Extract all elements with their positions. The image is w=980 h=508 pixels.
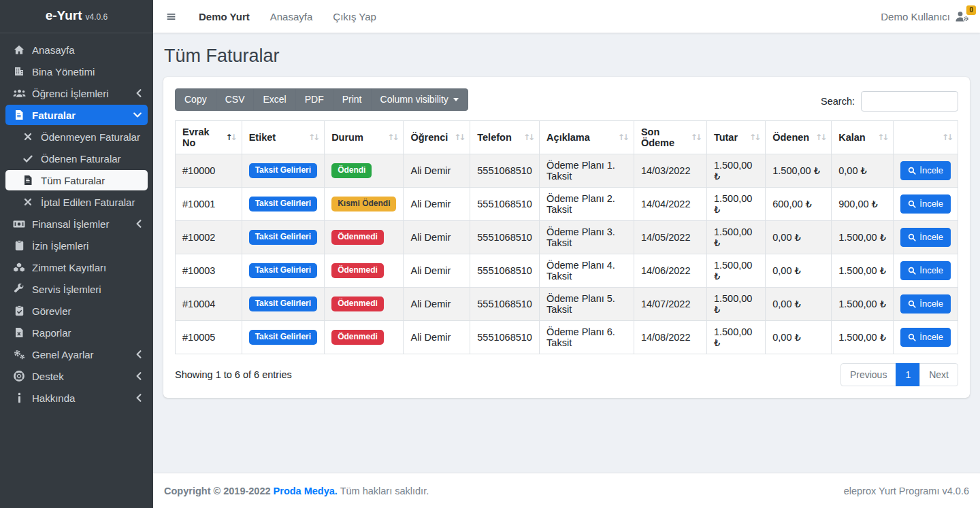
- proda-medya-link[interactable]: Proda Medya.: [274, 486, 338, 496]
- copy-button[interactable]: Copy: [175, 88, 216, 111]
- csv-button[interactable]: CSV: [216, 88, 255, 111]
- sidebar-item-bina-yonetimi[interactable]: Bina Yönetimi: [5, 61, 148, 82]
- sidebar-item-genel-ayarlar[interactable]: Genel Ayarlar: [5, 344, 148, 365]
- cell-durum: Ödenmedi: [325, 288, 404, 321]
- chevron-left-icon: [136, 89, 142, 97]
- sidebar-item-iptal-edilen-faturalar[interactable]: İptal Edilen Faturalar: [5, 192, 148, 212]
- sidebar-item-label: Zimmet Kayıtları: [32, 262, 106, 273]
- column-header-odenen[interactable]: Ödenen↑↓: [766, 121, 832, 154]
- column-header-etiket[interactable]: Etiket↑↓: [242, 121, 324, 154]
- cell-son-odeme: 14/08/2022: [634, 321, 706, 354]
- etiket-badge: Taksit Gelirleri: [249, 263, 317, 278]
- sort-icon: ↑↓: [618, 133, 627, 142]
- life-ring-icon: [12, 371, 27, 382]
- excel-button[interactable]: Excel: [253, 88, 295, 111]
- cell-actions: İncele: [894, 321, 958, 354]
- column-header-tutar[interactable]: Tutar↑↓: [706, 121, 765, 154]
- sidebar-item-izin-islemleri[interactable]: İzin İşlemleri: [5, 235, 148, 256]
- sort-icon: ↑↓: [749, 133, 759, 142]
- incele-button[interactable]: İncele: [900, 228, 951, 248]
- incele-button[interactable]: İncele: [900, 294, 951, 314]
- cell-etiket: Taksit Gelirleri: [242, 288, 324, 321]
- column-header-durum[interactable]: Durum↑↓: [325, 121, 404, 154]
- column-header-actions[interactable]: ↑↓: [894, 121, 958, 154]
- clipboard-icon: [12, 240, 27, 251]
- search-input[interactable]: [861, 91, 958, 112]
- column-label: Ödenen: [772, 132, 809, 143]
- column-header-ogrenci[interactable]: Öğrenci↑↓: [404, 121, 470, 154]
- cell-etiket: Taksit Gelirleri: [242, 188, 324, 221]
- invoices-card: Copy CSV Excel PDF Print Column visibili…: [163, 77, 970, 398]
- sidebar-item-ogrenci-islemleri[interactable]: Öğrenci İşlemleri: [5, 83, 148, 103]
- content-area: Tüm Faturalar Copy CSV Excel PDF Print C…: [153, 33, 980, 473]
- page-title: Tüm Faturalar: [164, 46, 970, 67]
- cell-aciklama: Ödeme Planı 4. Taksit: [540, 254, 634, 288]
- page-1-button[interactable]: 1: [896, 363, 920, 386]
- cell-kalan: 900,00 ₺: [832, 188, 894, 221]
- sidebar-item-anasayfa[interactable]: Anasayfa: [5, 39, 148, 60]
- user-name: Demo Kullanıcı: [881, 11, 950, 22]
- cell-ogrenci: Ali Demir: [404, 154, 470, 188]
- menu-toggle-button[interactable]: [164, 10, 178, 24]
- incele-button[interactable]: İncele: [900, 328, 951, 348]
- incele-button[interactable]: İncele: [900, 161, 951, 181]
- cell-son-odeme: 14/04/2022: [634, 188, 706, 221]
- app-brand[interactable]: e-Yurt v4.0.6: [0, 0, 153, 33]
- sidebar-item-label: Öğrenci İşlemleri: [32, 88, 109, 99]
- cell-telefon: 5551068510: [470, 221, 540, 254]
- sidebar-item-servis-islemleri[interactable]: Servis İşlemleri: [5, 279, 148, 299]
- user-menu[interactable]: Demo Kullanıcı 0: [881, 11, 969, 22]
- cell-aciklama: Ödeme Planı 2. Taksit: [540, 188, 634, 221]
- sort-icon: ↑↓: [877, 133, 887, 142]
- sidebar-item-faturalar[interactable]: Faturalar: [5, 105, 148, 125]
- status-badge: Kısmi Ödendi: [331, 197, 396, 211]
- column-header-kalan[interactable]: Kalan↑↓: [832, 121, 894, 154]
- previous-page-button[interactable]: Previous: [840, 363, 896, 386]
- column-header-son-odeme[interactable]: Son Ödeme↑↓: [634, 121, 706, 154]
- column-header-evrak-no[interactable]: Evrak No↑↓: [176, 121, 242, 154]
- sort-icon: ↑↓: [942, 133, 951, 142]
- nav-link-anasayfa[interactable]: Anasayfa: [270, 11, 313, 22]
- table-row: #10003 Taksit Gelirleri Ödenmedi Ali Dem…: [176, 254, 958, 288]
- cell-telefon: 5551068510: [470, 288, 540, 321]
- pdf-button[interactable]: PDF: [295, 88, 333, 111]
- column-visibility-button[interactable]: Column visibility: [371, 88, 468, 111]
- incele-label: İncele: [919, 165, 943, 177]
- column-header-telefon[interactable]: Telefon↑↓: [470, 121, 540, 154]
- incele-button[interactable]: İncele: [900, 261, 951, 281]
- sidebar-item-zimmet-kayitlari[interactable]: Zimmet Kayıtları: [5, 257, 148, 277]
- sidebar-item-label: Ödenmeyen Faturalar: [41, 131, 140, 143]
- next-page-button[interactable]: Next: [919, 363, 958, 386]
- sidebar-item-odenmeyen-faturalar[interactable]: Ödenmeyen Faturalar: [5, 126, 148, 147]
- cell-tutar: 1.500,00 ₺: [706, 154, 765, 188]
- cell-evrak-no: #10000: [176, 154, 242, 188]
- sidebar-item-raporlar[interactable]: Raporlar: [5, 322, 148, 343]
- rights-text: Tüm hakları saklıdır.: [340, 486, 429, 496]
- nav-brand[interactable]: Demo Yurt: [199, 11, 250, 22]
- incele-button[interactable]: İncele: [900, 194, 951, 214]
- cell-son-odeme: 14/07/2022: [634, 288, 706, 321]
- cell-tutar: 1.500,00 ₺: [706, 221, 765, 254]
- sidebar-item-gorevler[interactable]: Görevler: [5, 301, 148, 321]
- cell-kalan: 1.500,00 ₺: [832, 321, 894, 354]
- incele-label: İncele: [919, 232, 943, 243]
- cell-odenen: 0,00 ₺: [766, 221, 832, 254]
- column-header-aciklama[interactable]: Açıklama↑↓: [540, 121, 634, 154]
- print-button[interactable]: Print: [333, 88, 372, 111]
- sidebar-item-odenen-faturalar[interactable]: Ödenen Faturalar: [5, 148, 148, 169]
- status-badge: Ödenmedi: [331, 297, 384, 311]
- etiket-badge: Taksit Gelirleri: [249, 297, 317, 311]
- nav-link-cikis-yap[interactable]: Çıkış Yap: [333, 11, 376, 22]
- cell-tutar: 1.500,00 ₺: [706, 321, 765, 354]
- sidebar-item-tum-faturalar[interactable]: Tüm Faturalar: [5, 170, 148, 190]
- cell-kalan: 1.500,00 ₺: [832, 288, 894, 321]
- sidebar-item-label: Destek: [32, 371, 64, 382]
- app-name: e-Yurt: [46, 9, 82, 22]
- sidebar-item-hakkinda[interactable]: Hakkında: [5, 388, 148, 408]
- column-label: Kalan: [838, 132, 866, 143]
- sidebar-item-label: Faturalar: [32, 109, 76, 121]
- cell-durum: Ödendi: [325, 154, 404, 188]
- sidebar-item-finansal-islemler[interactable]: Finansal İşlemler: [5, 214, 148, 234]
- sidebar-item-destek[interactable]: Destek: [5, 366, 148, 386]
- sidebar-item-label: Raporlar: [32, 327, 71, 339]
